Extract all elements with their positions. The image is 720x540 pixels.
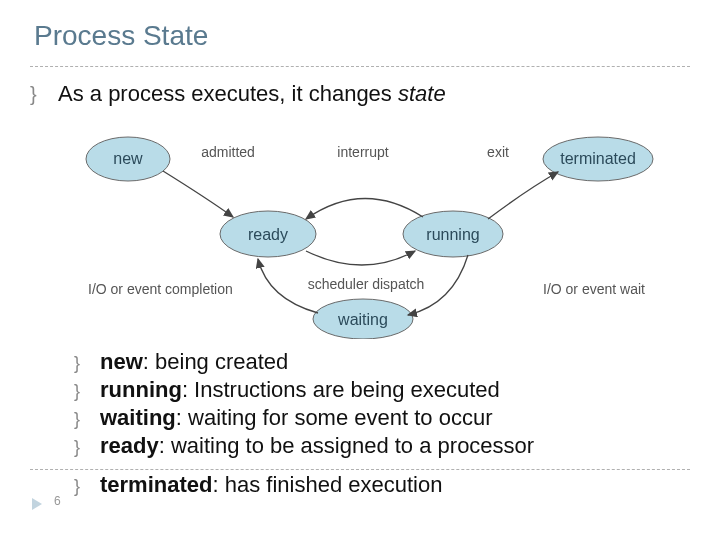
bullet-icon: } [74, 354, 100, 372]
slide: Process State } As a process executes, i… [0, 0, 720, 510]
definition-list: } new: being created } running: Instruct… [74, 349, 690, 459]
edge-exit [488, 172, 558, 219]
node-terminated-label: terminated [560, 150, 636, 167]
node-ready-label: ready [248, 226, 288, 243]
list-item: } ready: waiting to be assigned to a pro… [74, 433, 690, 459]
play-icon [32, 498, 42, 510]
intro-prefix: As a process executes, it changes [58, 81, 398, 106]
edge-interrupt-label: interrupt [337, 144, 388, 160]
def-term: waiting [100, 405, 176, 430]
intro-line: } As a process executes, it changes stat… [30, 81, 690, 107]
node-new-label: new [113, 150, 143, 167]
intro-state: state [398, 81, 446, 106]
list-item: } terminated: has finished execution [74, 472, 690, 498]
page-number: 6 [54, 494, 61, 508]
bullet-icon: } [74, 410, 100, 428]
bullet-icon: } [30, 84, 58, 104]
def-text: ready: waiting to be assigned to a proce… [100, 433, 534, 459]
def-term: running [100, 377, 182, 402]
list-item: } running: Instructions are being execut… [74, 377, 690, 403]
def-desc: : has finished execution [212, 472, 442, 497]
edge-dispatch-label: scheduler dispatch [308, 276, 425, 292]
bullet-icon: } [74, 382, 100, 400]
def-desc: : Instructions are being executed [182, 377, 500, 402]
bullet-icon: } [74, 438, 100, 456]
edge-admitted [163, 171, 233, 217]
def-text: terminated: has finished execution [100, 472, 442, 498]
def-text: waiting: waiting for some event to occur [100, 405, 492, 431]
def-term: new [100, 349, 143, 374]
def-desc: : waiting for some event to occur [176, 405, 493, 430]
node-running-label: running [426, 226, 479, 243]
intro-text: As a process executes, it changes state [58, 81, 446, 107]
edge-dispatch [306, 251, 415, 265]
divider-top [30, 66, 690, 67]
edge-exit-label: exit [487, 144, 509, 160]
edge-interrupt [306, 198, 423, 219]
edge-io-completion-label: I/O or event completion [88, 281, 233, 297]
def-term: ready [100, 433, 159, 458]
definition-list-cont: } terminated: has finished execution [74, 472, 690, 498]
list-item: } new: being created [74, 349, 690, 375]
diagram-svg: new ready running waiting terminated adm… [68, 119, 668, 339]
def-text: running: Instructions are being executed [100, 377, 500, 403]
def-desc: : being created [143, 349, 289, 374]
state-diagram: new ready running waiting terminated adm… [68, 119, 690, 343]
edge-io-wait-label: I/O or event wait [543, 281, 645, 297]
list-item: } waiting: waiting for some event to occ… [74, 405, 690, 431]
node-waiting-label: waiting [337, 311, 388, 328]
def-text: new: being created [100, 349, 288, 375]
def-term: terminated [100, 472, 212, 497]
bullet-icon: } [74, 477, 100, 495]
divider-bottom [30, 469, 690, 470]
page-title: Process State [34, 20, 690, 52]
def-desc: : waiting to be assigned to a processor [159, 433, 534, 458]
edge-admitted-label: admitted [201, 144, 255, 160]
